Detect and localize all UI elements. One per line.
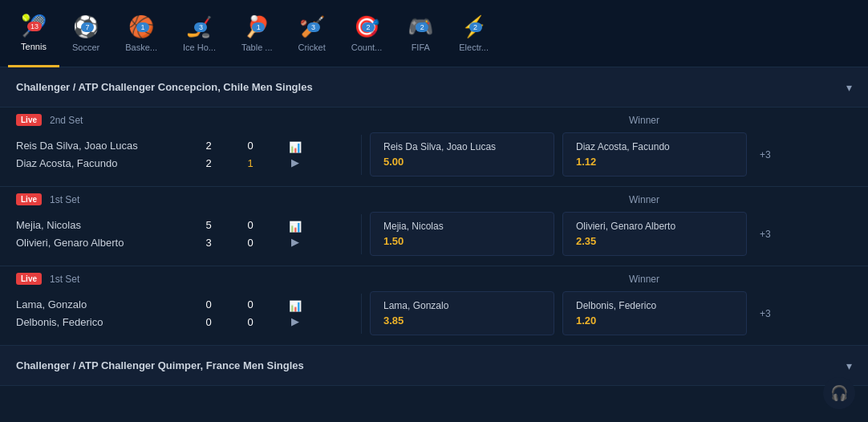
odds-player-match3-1: Delbonis, Federico [576, 300, 733, 311]
section-header-section2[interactable]: Challenger / ATP Challenger Quimper, Fra… [0, 346, 868, 386]
score2a-match3: 0 [202, 314, 215, 331]
icehockey-label: Ice Ho... [183, 43, 216, 52]
odds-val-match1-1: 1.12 [576, 156, 733, 168]
score1b-match3: 0 [244, 296, 257, 314]
vertical-divider-match2 [361, 214, 362, 254]
score2a-match1: 2 [202, 155, 215, 172]
nav-item-fifa[interactable]: 🎮2FIFA [395, 0, 446, 67]
score2b-match2: 0 [244, 234, 257, 252]
winner-label-match2: Winner [629, 194, 852, 205]
tabletennis-icon: 🏓1 [244, 14, 270, 39]
player2-match3: Delbonis, Federico [16, 314, 193, 331]
match-right-match2: Mejia, Nicolas1.50Olivieri, Genaro Alber… [370, 212, 852, 256]
nav-item-electro[interactable]: ⚡2Electr... [446, 0, 501, 67]
odds-box-match3-1[interactable]: Delbonis, Federico1.20 [562, 291, 747, 335]
section-title-section2: Challenger / ATP Challenger Quimper, Fra… [16, 359, 304, 371]
nav-item-counter[interactable]: 🎯2Count... [339, 0, 395, 67]
match-content-match1: Reis Da Silva, Joao LucasDiaz Acosta, Fa… [16, 132, 852, 177]
basketball-badge: 1 [136, 22, 149, 32]
scores-b-match1: 01 [244, 137, 276, 172]
nav-item-icehockey[interactable]: 🏒3Ice Ho... [170, 0, 229, 67]
players-col-match2: Mejia, NicolasOlivieri, Genaro Alberto [16, 217, 193, 252]
odds-box-match2-1[interactable]: Olivieri, Genaro Alberto2.35 [562, 212, 747, 256]
fifa-label: FIFA [412, 43, 430, 52]
icehockey-icon: 🏒3 [186, 14, 212, 39]
odds-val-match3-0: 3.85 [383, 314, 541, 327]
counter-icon: 🎯2 [354, 14, 379, 39]
match-icons-match3: 📊▶ [286, 300, 305, 327]
chevron-down-icon: ▾ [846, 81, 852, 94]
video-icon-match3[interactable]: ▶ [291, 315, 299, 327]
match-meta-match2: Live1st SetWinner [16, 193, 852, 205]
main-content: Challenger / ATP Challenger Concepcion, … [0, 67, 868, 386]
winner-label-match3: Winner [629, 274, 852, 285]
match-meta-match1: Live2nd SetWinner [16, 114, 852, 126]
match-right-match3: Lama, Gonzalo3.85Delbonis, Federico1.20+… [370, 291, 852, 335]
nav-item-tennis[interactable]: 🎾13Tennis [8, 0, 59, 67]
score2a-match2: 3 [202, 234, 215, 252]
icehockey-badge: 3 [194, 22, 207, 32]
score2b-match3: 0 [244, 314, 257, 331]
match-content-match3: Lama, GonzaloDelbonis, Federico0000📊▶Lam… [16, 291, 852, 335]
score1a-match1: 2 [202, 137, 215, 155]
tennis-badge: 13 [27, 22, 42, 31]
counter-badge: 2 [362, 22, 375, 32]
odds-box-match3-0[interactable]: Lama, Gonzalo3.85 [370, 291, 554, 335]
video-icon-match1[interactable]: ▶ [291, 156, 299, 168]
score1b-match2: 0 [244, 217, 257, 234]
live-badge-match1: Live [16, 114, 42, 126]
odds-val-match3-1: 1.20 [576, 314, 733, 327]
soccer-icon: ⚽7 [73, 14, 99, 39]
stats-icon-match2[interactable]: 📊 [289, 221, 302, 233]
match-icons-match2: 📊▶ [286, 221, 305, 248]
more-odds-match3[interactable]: +3 [755, 308, 771, 319]
nav-item-soccer[interactable]: ⚽7Soccer [59, 0, 112, 67]
video-icon-match2[interactable]: ▶ [291, 236, 299, 248]
soccer-badge: 7 [81, 22, 94, 32]
fifa-icon: 🎮2 [408, 14, 433, 39]
set-label-match3: 1st Set [50, 274, 79, 285]
cricket-icon: 🏏3 [299, 14, 325, 39]
cricket-label: Cricket [298, 43, 326, 52]
soccer-label: Soccer [72, 43, 99, 52]
match-icons-match1: 📊▶ [286, 141, 305, 168]
match-meta-match3: Live1st SetWinner [16, 273, 852, 285]
nav-item-basketball[interactable]: 🏀1Baske... [112, 0, 170, 67]
scores-b-match3: 00 [244, 296, 276, 331]
player1-match1: Reis Da Silva, Joao Lucas [16, 137, 193, 155]
more-odds-match1[interactable]: +3 [755, 149, 771, 160]
electro-badge: 2 [469, 22, 482, 32]
counter-label: Count... [351, 43, 383, 52]
stats-icon-match3[interactable]: 📊 [289, 300, 302, 312]
tabletennis-label: Table ... [241, 43, 273, 52]
odds-box-match2-0[interactable]: Mejia, Nicolas1.50 [370, 212, 554, 256]
odds-box-match1-1[interactable]: Diaz Acosta, Facundo1.12 [562, 132, 747, 177]
odds-player-match2-0: Mejia, Nicolas [383, 221, 541, 232]
tennis-label: Tennis [21, 42, 47, 51]
score1a-match3: 0 [202, 296, 215, 314]
more-odds-match2[interactable]: +3 [755, 229, 771, 240]
stats-icon-match1[interactable]: 📊 [289, 141, 302, 153]
players-col-match3: Lama, GonzaloDelbonis, Federico [16, 296, 193, 331]
odds-box-match1-0[interactable]: Reis Da Silva, Joao Lucas5.00 [370, 132, 554, 177]
tennis-icon: 🎾13 [21, 14, 47, 39]
match-block-match2: Live1st SetWinnerMejia, NicolasOlivieri,… [0, 187, 868, 266]
set-label-match2: 1st Set [50, 194, 79, 205]
section-header-section1[interactable]: Challenger / ATP Challenger Concepcion, … [0, 67, 868, 108]
nav-item-tabletennis[interactable]: 🏓1Table ... [229, 0, 286, 67]
live-badge-match3: Live [16, 273, 42, 285]
cricket-badge: 3 [307, 22, 320, 32]
scores-b-match2: 00 [244, 217, 276, 252]
odds-val-match2-0: 1.50 [383, 235, 541, 247]
player1-match3: Lama, Gonzalo [16, 296, 193, 314]
live-badge-match2: Live [16, 193, 42, 205]
score2b-match1: 1 [244, 155, 257, 172]
scores-a-match3: 00 [202, 296, 234, 331]
player1-match2: Mejia, Nicolas [16, 217, 193, 234]
nav-item-cricket[interactable]: 🏏3Cricket [286, 0, 339, 67]
set-label-match1: 2nd Set [50, 115, 83, 126]
score1b-match1: 0 [244, 137, 257, 155]
score1a-match2: 5 [202, 217, 215, 234]
match-content-match2: Mejia, NicolasOlivieri, Genaro Alberto53… [16, 212, 852, 256]
match-left-match2: Mejia, NicolasOlivieri, Genaro Alberto53… [16, 217, 353, 252]
